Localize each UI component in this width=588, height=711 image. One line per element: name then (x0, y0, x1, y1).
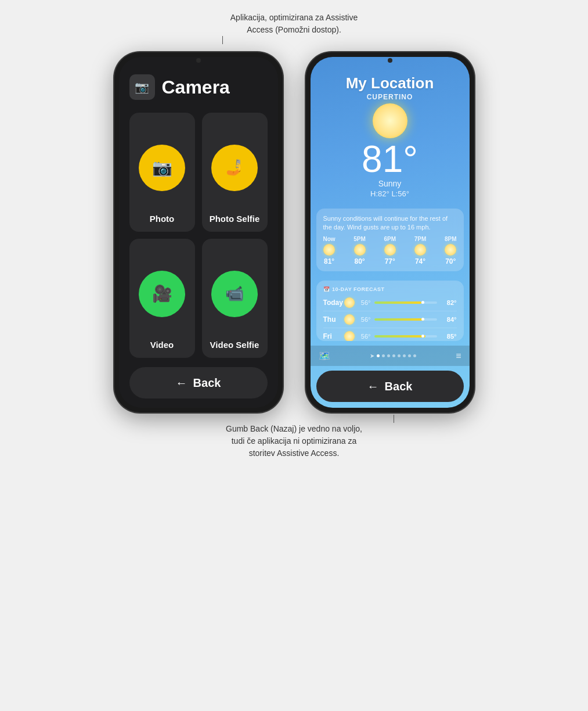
photo-label: Photo (150, 214, 175, 224)
map-icon[interactable]: 🗺️ (319, 350, 330, 361)
hourly-item-2: 6PM 77° (384, 236, 396, 265)
weather-app-screen: My Location CUPERTINO 81° Sunny H:82° L:… (311, 57, 470, 408)
forecast-bar-container-1 (374, 318, 437, 321)
photo-button[interactable]: 📷 Photo (129, 113, 195, 232)
video-selfie-button[interactable]: 📹 Video Selfie (202, 239, 268, 358)
dot-6 (403, 354, 406, 357)
list-icon[interactable]: ≡ (456, 351, 461, 361)
forecast-bar-container-0 (374, 301, 437, 304)
hourly-label-0: Now (323, 236, 336, 242)
forecast-icon-1 (344, 314, 355, 325)
weather-high-low: H:82° L:56° (322, 189, 458, 198)
hourly-sun-3 (414, 244, 426, 256)
hourly-sun-1 (354, 244, 366, 256)
camera-app-screen: 📷 Camera 📷 Photo (119, 57, 278, 408)
weather-summary-card: Sunny conditions will continue for the r… (316, 209, 464, 271)
hourly-temp-0: 81° (324, 257, 334, 265)
hourly-label-4: 8PM (445, 236, 457, 242)
video-selfie-circle: 📹 (211, 271, 258, 317)
hourly-label-1: 5PM (353, 236, 366, 242)
weather-city: CUPERTINO (322, 93, 458, 101)
camera-mode-grid: 📷 Photo 🤳 Photo Selfie 🎥 (129, 113, 268, 358)
weather-page-indicator: ➤ (370, 353, 416, 359)
hourly-item-1: 5PM 80° (353, 236, 366, 265)
left-phone-screen: 📷 Camera 📷 Photo (119, 57, 278, 408)
video-circle: 🎥 (139, 271, 185, 317)
hourly-label-3: 7PM (414, 236, 427, 242)
forecast-bar-0 (374, 301, 421, 304)
forecast-bar-1 (374, 318, 424, 321)
photo-selfie-button[interactable]: 🤳 Photo Selfie (202, 113, 268, 232)
camera-back-button[interactable]: ← Back (129, 367, 268, 398)
dot-5 (398, 354, 401, 357)
camera-dot-right (388, 58, 392, 63)
forecast-header: 📅 10-DAY FORECAST (323, 286, 457, 292)
photo-selfie-circle: 🤳 (211, 145, 258, 191)
forecast-high-1: 84° (441, 316, 457, 323)
hourly-item-3: 7PM 74° (414, 236, 427, 265)
weather-location: My Location (322, 74, 458, 92)
forecast-high-0: 82° (441, 299, 457, 306)
hourly-label-2: 6PM (384, 236, 396, 242)
hourly-temp-2: 77° (385, 257, 395, 265)
hourly-item-0: Now 81° (323, 236, 336, 265)
forecast-bar-2 (374, 335, 426, 337)
weather-condition: Sunny (322, 179, 458, 188)
video-button[interactable]: 🎥 Video (129, 239, 195, 358)
page-dots (377, 354, 416, 357)
weather-summary-text: Sunny conditions will continue for the r… (323, 214, 457, 232)
forecast-icon-0 (344, 297, 355, 308)
weather-main-section: My Location CUPERTINO 81° Sunny H:82° L:… (311, 57, 470, 204)
camera-header: 📷 Camera (129, 74, 268, 100)
camera-app-title: Camera (162, 77, 230, 98)
right-phone-screen: My Location CUPERTINO 81° Sunny H:82° L:… (311, 57, 470, 408)
back-arrow-icon-right: ← (367, 380, 379, 393)
forecast-low-2: 56° (355, 333, 371, 340)
forecast-row-2: Fri 56° 85° (323, 328, 457, 341)
camera-app-icon: 📷 (129, 74, 155, 100)
weather-back-button[interactable]: ← Back (316, 371, 464, 402)
video-selfie-label: Video Selfie (210, 340, 259, 350)
left-phone: 📷 Camera 📷 Photo (114, 52, 283, 412)
hourly-temp-1: 80° (354, 257, 365, 265)
annotation-bottom: Gumb Back (Nazaj) je vedno na voljo, tud… (17, 423, 571, 459)
hourly-sun-2 (384, 244, 396, 256)
camera-back-label: Back (193, 376, 221, 390)
forecast-day-2: Fri (323, 332, 344, 340)
camera-dot-left (196, 58, 201, 63)
forecast-day-0: Today (323, 299, 344, 307)
dot-2 (382, 354, 385, 357)
dot-3 (387, 354, 390, 357)
forecast-row-0: Today 56° 82° (323, 295, 457, 311)
dot-8 (413, 354, 416, 357)
forecast-bar-dot-0 (421, 301, 424, 304)
hourly-item-4: 8PM 70° (445, 236, 457, 265)
forecast-high-2: 85° (441, 333, 457, 340)
location-arrow-icon: ➤ (370, 353, 374, 359)
forecast-day-1: Thu (323, 315, 344, 324)
hourly-forecast-row: Now 81° 5PM 80° 6PM 77° (323, 236, 457, 265)
photo-selfie-label: Photo Selfie (210, 214, 260, 224)
forecast-row-1: Thu 56° 84° (323, 311, 457, 328)
hourly-sun-0 (323, 244, 335, 256)
forecast-card: 📅 10-DAY FORECAST Today 56° 82° (316, 281, 464, 341)
forecast-bar-container-2 (374, 335, 437, 337)
photo-circle: 📷 (139, 145, 185, 191)
phones-row: 📷 Camera 📷 Photo (114, 52, 474, 412)
forecast-low-1: 56° (355, 316, 371, 323)
dot-1 (377, 354, 380, 357)
back-arrow-icon-left: ← (176, 376, 187, 390)
forecast-low-0: 56° (355, 299, 371, 306)
weather-temperature: 81° (322, 141, 458, 178)
weather-bottom-bar: 🗺️ ➤ ≡ (311, 346, 470, 366)
weather-back-label: Back (385, 380, 413, 393)
forecast-icon-2 (344, 331, 355, 341)
annotation-top: Aplikacija, optimizirana za Assistive Ac… (17, 12, 571, 36)
hourly-sun-4 (445, 244, 456, 256)
hourly-temp-4: 70° (445, 257, 456, 265)
hourly-temp-3: 74° (415, 257, 425, 265)
sun-icon (373, 103, 407, 138)
video-label: Video (150, 340, 174, 350)
dot-4 (392, 354, 395, 357)
right-phone: My Location CUPERTINO 81° Sunny H:82° L:… (306, 52, 474, 412)
